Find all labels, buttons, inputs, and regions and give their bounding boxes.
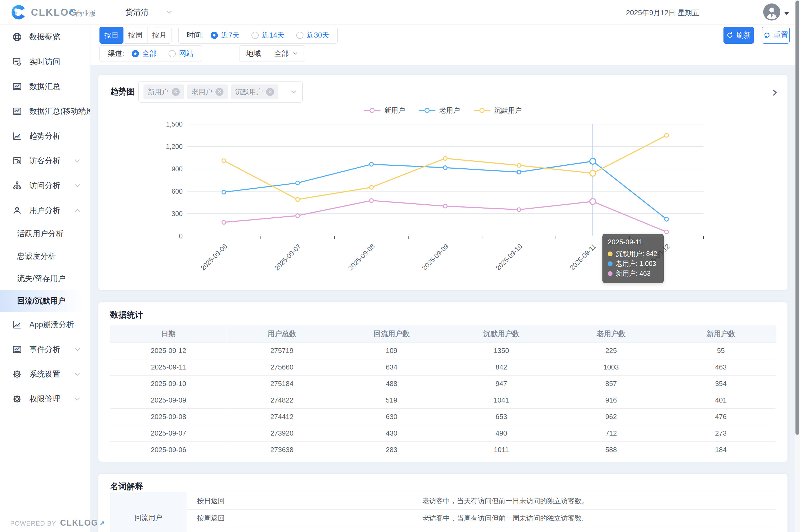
board-icon <box>12 344 22 355</box>
granularity-button[interactable]: 按周 <box>124 27 147 44</box>
sidebar-item[interactable]: 访客分析 <box>0 148 90 173</box>
glossary-mode: 按周返回 <box>187 510 235 527</box>
table-cell: 634 <box>337 359 447 376</box>
stats-column-header: 老用户数 <box>556 325 666 343</box>
tooltip-row: 新用户: 463 <box>608 268 657 279</box>
main-content: 按日按周按月 时间: 近7天近14天近30天 渠道: 全部网站 地域 全部 刷新… <box>90 24 795 532</box>
region-select[interactable]: 全部 <box>268 49 305 58</box>
table-row[interactable]: 2025-09-12275719109135022555 <box>110 343 776 359</box>
series-dot-icon <box>608 251 613 256</box>
radio-label: 网站 <box>179 49 194 58</box>
table-row[interactable]: 2025-09-07273920430490712273 <box>110 425 776 442</box>
sidebar-item[interactable]: App崩溃分析 <box>0 312 90 337</box>
table-cell: 1003 <box>556 359 666 376</box>
glossary-term: 回流用户 <box>110 492 187 532</box>
radio-option[interactable]: 网站 <box>168 49 194 58</box>
sidebar-item[interactable]: 事件分析 <box>0 337 90 362</box>
trend-icon <box>12 319 22 330</box>
region-filter-label: 地域 <box>239 45 268 61</box>
table-cell: 2025-09-11 <box>110 359 227 376</box>
app-logo-icon <box>10 3 28 21</box>
table-cell: 857 <box>556 376 666 392</box>
chevron-down-icon <box>74 370 81 378</box>
sidebar-item[interactable]: 实时访问 <box>0 49 90 74</box>
sidebar-item[interactable]: 数据汇总(移动端展示) <box>0 99 90 124</box>
org-icon <box>12 180 22 191</box>
data-stats-card: 数据统计 日期用户总数回流用户数沉默用户数老用户数新用户数 2025-09-12… <box>98 302 787 462</box>
sidebar-item[interactable]: 访问分析 <box>0 173 90 198</box>
glossary-description: 老访客中，当月有访问但前一月未访问的独立访客数。 <box>235 531 776 532</box>
avatar-caret-icon[interactable] <box>784 12 789 15</box>
chevron-down-icon <box>74 346 81 353</box>
svg-text:2025-09-08: 2025-09-08 <box>347 243 376 272</box>
radio-option[interactable]: 全部 <box>132 49 157 58</box>
sidebar-item[interactable]: 用户分析 <box>0 198 90 223</box>
table-cell: 273638 <box>227 442 337 458</box>
sidebar-subitem[interactable]: 流失/留存用户 <box>0 267 90 290</box>
visitor-icon <box>12 156 22 166</box>
svg-text:0: 0 <box>179 232 183 240</box>
sidebar-item[interactable]: 权限管理 <box>0 386 90 411</box>
sidebar-subitem[interactable]: 回流/沉默用户 <box>0 290 90 312</box>
svg-text:2025-09-11: 2025-09-11 <box>568 243 598 271</box>
avatar[interactable] <box>763 3 780 20</box>
table-cell: 109 <box>337 343 447 359</box>
svg-text:1,200: 1,200 <box>166 143 183 150</box>
table-row[interactable]: 2025-09-112756606348421003463 <box>110 359 776 376</box>
sidebar-item-label: App崩溃分析 <box>29 319 74 330</box>
radio-option[interactable]: 近14天 <box>252 31 285 40</box>
scrollbar-track[interactable] <box>795 0 800 532</box>
tooltip-row-text: 新用户: 463 <box>616 269 651 278</box>
sidebar-menu: 数据概览实时访问数据汇总数据汇总(移动端展示)趋势分析访客分析访问分析用户分析活… <box>0 24 90 411</box>
stats-column-header: 沉默用户数 <box>447 325 556 343</box>
radio-option[interactable]: 近7天 <box>211 31 240 40</box>
table-cell: 2025-09-10 <box>110 376 227 392</box>
user-icon <box>12 205 22 216</box>
top-header: CLKLOG ↗ 商业版 货清清 2025年9月12日 星期五 <box>0 0 800 25</box>
radio-unselected-icon <box>168 50 176 57</box>
trend-icon <box>12 131 22 141</box>
granularity-button[interactable]: 按月 <box>147 27 171 44</box>
stats-column-header: 回流用户数 <box>337 325 447 343</box>
sidebar-item[interactable]: 数据概览 <box>0 24 90 49</box>
powered-by-logo: CLKLOG <box>60 518 98 528</box>
sidebar-item-label: 数据概览 <box>29 32 60 42</box>
chevron-down-icon <box>292 50 298 57</box>
monitor-icon <box>12 56 22 67</box>
project-selector[interactable]: 货清清 <box>125 7 173 18</box>
scrollbar-thumb[interactable] <box>796 1 799 435</box>
radio-unselected-icon <box>296 32 304 39</box>
table-row[interactable]: 2025-09-08274412630653962476 <box>110 408 776 425</box>
table-cell: 2025-09-09 <box>110 392 227 408</box>
table-row[interactable]: 2025-09-062736382831011588184 <box>110 442 776 458</box>
sidebar-subitem[interactable]: 活跃用户分析 <box>0 223 90 245</box>
trend-line-chart[interactable]: 03006009001,2001,5002025-09-062025-09-07… <box>98 75 787 290</box>
table-row[interactable]: 2025-09-10275184488947857354 <box>110 376 776 392</box>
glossary-table: 回流用户 按日返回老访客中，当天有访问但前一日未访问的独立访客数。按周返回老访客… <box>110 492 776 532</box>
refresh-icon <box>726 32 733 39</box>
svg-text:2025-09-10: 2025-09-10 <box>494 243 524 272</box>
table-row[interactable]: 2025-09-092748225191041916401 <box>110 392 776 408</box>
stats-table: 日期用户总数回流用户数沉默用户数老用户数新用户数 2025-09-1227571… <box>110 325 776 458</box>
tooltip-row: 老用户: 1,003 <box>608 259 657 268</box>
gear-icon <box>12 369 22 380</box>
sidebar-item[interactable]: 数据汇总 <box>0 74 90 99</box>
sidebar-item[interactable]: 趋势分析 <box>0 124 90 148</box>
glossary-mode: 按月返回 <box>187 527 235 532</box>
radio-selected-icon <box>211 32 218 39</box>
table-cell: 842 <box>447 359 556 376</box>
refresh-button[interactable]: 刷新 <box>724 27 754 44</box>
table-cell: 1350 <box>447 343 556 359</box>
radio-label: 全部 <box>142 49 157 58</box>
radio-selected-icon <box>132 50 139 57</box>
table-cell: 2025-09-07 <box>110 425 227 442</box>
radio-option[interactable]: 近30天 <box>296 31 329 40</box>
reset-button[interactable]: 重置 <box>762 27 789 44</box>
granularity-button[interactable]: 按日 <box>99 27 124 44</box>
svg-text:300: 300 <box>171 210 183 217</box>
region-filter-group: 地域 全部 <box>239 45 305 62</box>
sidebar-item[interactable]: 系统设置 <box>0 362 90 386</box>
sidebar-item-label: 实时访问 <box>29 56 60 67</box>
sidebar-subitem[interactable]: 忠诚度分析 <box>0 245 90 267</box>
radio-label: 近14天 <box>262 31 285 40</box>
